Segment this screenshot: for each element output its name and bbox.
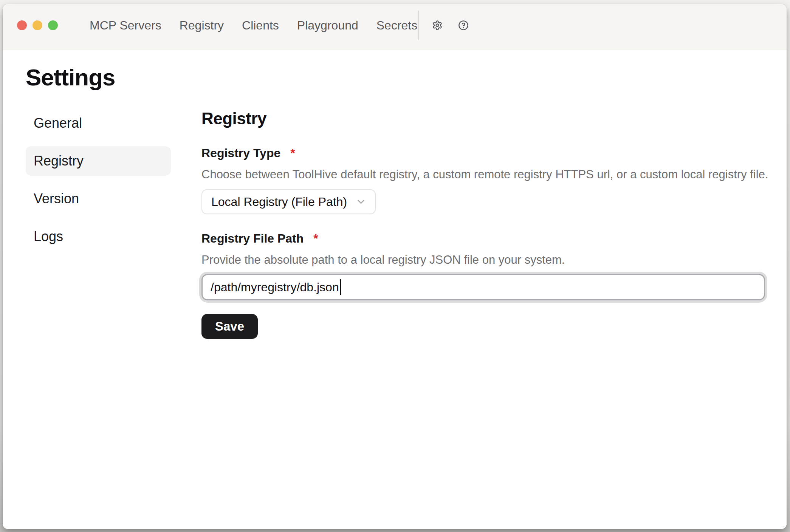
settings-sidebar: General Registry Version Logs [26,108,171,339]
registry-file-path-input[interactable]: /path/myregistry/db.json [201,274,765,300]
nav-item-mcp-servers[interactable]: MCP Servers [90,18,161,32]
nav-item-registry[interactable]: Registry [180,18,224,32]
nav-item-secrets[interactable]: Secrets [376,18,417,32]
gear-icon[interactable] [432,20,443,31]
save-button[interactable]: Save [201,314,258,339]
titlebar-divider [418,11,419,40]
titlebar-icons [432,20,469,31]
sidebar-item-version[interactable]: Version [26,184,171,213]
app-window: MCP Servers Registry Clients Playground … [3,4,787,529]
close-window-button[interactable] [17,20,27,30]
registry-file-path-description: Provide the absolute path to a local reg… [201,252,765,268]
settings-page: Settings General Registry Version Logs R… [3,49,787,529]
registry-type-select[interactable]: Local Registry (File Path) [201,189,376,214]
nav-item-playground[interactable]: Playground [297,18,358,32]
text-cursor [340,279,341,295]
registry-settings-panel: Registry Registry Type * Choose between … [201,108,765,339]
registry-file-path-label: Registry File Path * [201,231,765,246]
sidebar-item-general[interactable]: General [26,108,171,138]
registry-file-path-label-text: Registry File Path [201,231,304,246]
page-title: Settings [26,63,787,92]
registry-type-selected-value: Local Registry (File Path) [211,195,347,209]
registry-file-path-value: /path/myregistry/db.json [211,280,339,294]
sidebar-item-registry[interactable]: Registry [26,146,171,176]
maximize-window-button[interactable] [48,20,58,30]
minimize-window-button[interactable] [33,20,42,30]
titlebar: MCP Servers Registry Clients Playground … [3,4,787,49]
traffic-lights [17,20,58,30]
sidebar-item-logs[interactable]: Logs [26,222,171,251]
top-navigation: MCP Servers Registry Clients Playground … [90,18,417,32]
registry-type-label: Registry Type * [201,145,765,161]
section-heading: Registry [201,108,765,129]
help-icon[interactable] [458,20,469,31]
registry-type-label-text: Registry Type [201,145,280,161]
required-asterisk: * [313,231,318,246]
chevron-down-icon [355,196,367,207]
registry-type-description: Choose between ToolHive default registry… [201,167,765,182]
nav-item-clients[interactable]: Clients [242,18,279,32]
required-asterisk: * [290,145,295,161]
